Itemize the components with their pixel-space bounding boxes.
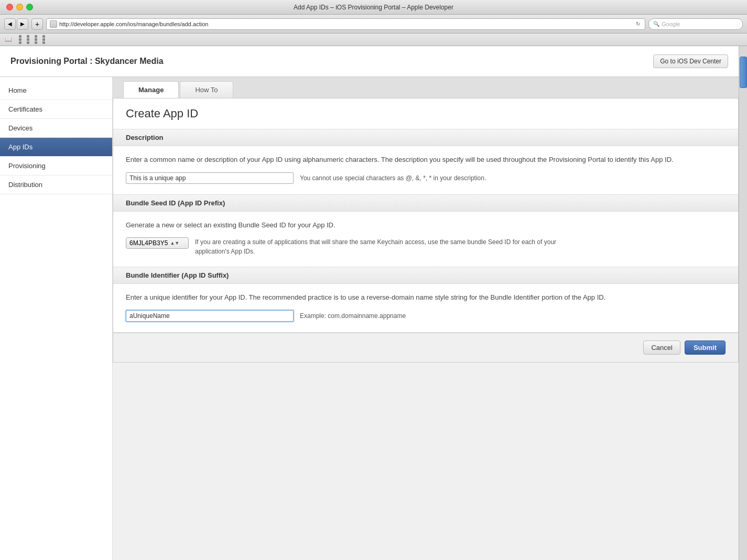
title-bar: Add App IDs – iOS Provisioning Portal – … [0, 0, 747, 15]
sidebar-item-appids[interactable]: App IDs [0, 138, 112, 157]
bundle-identifier-header: Bundle Identifier (App ID Suffix) [113, 267, 738, 284]
bundle-identifier-input-row: Example: com.domainname.appname [126, 310, 726, 322]
search-icon: 🔍 [653, 21, 659, 27]
main-content: Manage How To Create App ID Description … [113, 77, 739, 560]
sidebar-item-devices[interactable]: Devices [0, 119, 112, 138]
submit-button[interactable]: Submit [685, 341, 726, 355]
bundle-identifier-desc: Enter a unique identifier for your App I… [126, 292, 726, 303]
tab-howto[interactable]: How To [180, 81, 233, 98]
sidebar-item-certificates[interactable]: Certificates [0, 100, 112, 119]
bookmarks-bar: 📖 [0, 34, 747, 46]
bundle-identifier-header-text: Bundle Identifier (App ID Suffix) [126, 271, 229, 279]
scrollbar-thumb[interactable] [740, 57, 747, 88]
ios-dev-center-button[interactable]: Go to iOS Dev Center [653, 54, 728, 68]
portal-body: Home Certificates Devices App IDs Provis… [0, 77, 739, 560]
bundle-identifier-input[interactable] [126, 310, 294, 322]
select-arrow-icon: ▲▼ [170, 240, 179, 246]
address-bar[interactable]: http://developer.apple.com/ios/manage/bu… [46, 18, 645, 30]
description-section: Description Enter a common name or descr… [113, 129, 738, 195]
bundle-seed-header: Bundle Seed ID (App ID Prefix) [113, 195, 738, 212]
tabs-bar: Manage How To [113, 77, 739, 98]
maximize-button[interactable] [26, 4, 33, 10]
search-bar[interactable]: 🔍 Google [648, 18, 743, 30]
nav-buttons: ◀ ▶ [4, 18, 28, 30]
seed-id-hint: If you are creating a suite of applicati… [195, 237, 562, 256]
sidebar-item-provisioning[interactable]: Provisioning [0, 157, 112, 175]
cancel-button[interactable]: Cancel [643, 341, 680, 355]
bundle-seed-body: Generate a new or select an existing Bun… [113, 212, 738, 267]
url-text: http://developer.apple.com/ios/manage/bu… [59, 21, 634, 27]
seed-id-value: 6MJL4PB3Y5 [129, 239, 168, 247]
seed-id-select[interactable]: 6MJL4PB3Y5 ▲▼ [126, 237, 189, 249]
browser-content: Provisioning Portal : Skydancer Media Go… [0, 46, 747, 560]
description-body: Enter a common name or description of yo… [113, 146, 738, 194]
portal-title: Provisioning Portal : Skydancer Media [10, 57, 164, 66]
search-placeholder: Google [662, 21, 680, 27]
tab-manage[interactable]: Manage [123, 81, 179, 98]
sidebar: Home Certificates Devices App IDs Provis… [0, 77, 113, 560]
bundle-seed-section: Bundle Seed ID (App ID Prefix) Generate … [113, 195, 738, 268]
scrollbar[interactable] [739, 46, 747, 560]
refresh-button[interactable]: ↻ [634, 20, 642, 28]
bundle-identifier-body: Enter a unique identifier for your App I… [113, 284, 738, 332]
description-input-row: You cannot use special characters as @, … [126, 172, 726, 184]
bundle-seed-desc: Generate a new or select an existing Bun… [126, 220, 726, 230]
page-title: Create App ID [113, 98, 738, 129]
bundle-identifier-section: Bundle Identifier (App ID Suffix) Enter … [113, 267, 738, 333]
new-tab-button[interactable]: + [31, 18, 43, 30]
window-controls [6, 4, 33, 10]
bundle-identifier-hint: Example: com.domainname.appname [300, 312, 406, 320]
portal-header: Provisioning Portal : Skydancer Media Go… [0, 46, 739, 77]
form-actions: Cancel Submit [113, 333, 738, 362]
bundle-seed-header-text: Bundle Seed ID (App ID Prefix) [126, 199, 225, 207]
description-header: Description [113, 129, 738, 146]
back-button[interactable]: ◀ [4, 18, 16, 30]
browser-toolbar: ◀ ▶ + http://developer.apple.com/ios/man… [0, 15, 747, 34]
window-title: Add App IDs – iOS Provisioning Portal – … [294, 4, 453, 11]
reading-list-icon[interactable]: 📖 [4, 36, 13, 44]
portal-wrapper: Provisioning Portal : Skydancer Media Go… [0, 46, 739, 560]
page-icon [50, 20, 57, 28]
forward-button[interactable]: ▶ [17, 18, 28, 30]
sidebar-item-distribution[interactable]: Distribution [0, 175, 112, 194]
bookmarks-grid-icon[interactable] [19, 35, 50, 44]
description-hint: You cannot use special characters as @, … [300, 174, 486, 182]
minimize-button[interactable] [16, 4, 23, 10]
close-button[interactable] [6, 4, 13, 10]
sidebar-item-home[interactable]: Home [0, 81, 112, 100]
description-header-text: Description [126, 134, 164, 141]
description-input[interactable] [126, 172, 294, 184]
description-text: Enter a common name or description of yo… [126, 155, 726, 165]
content-panel: Create App ID Description Enter a common… [113, 98, 739, 363]
bundle-seed-select-row: 6MJL4PB3Y5 ▲▼ If you are creating a suit… [126, 237, 726, 256]
